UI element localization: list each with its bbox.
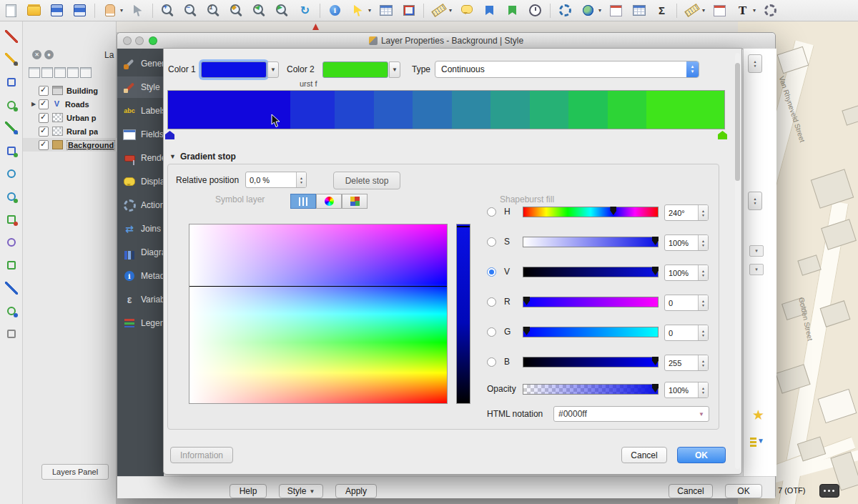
delete-stop-button[interactable]: Delete stop	[333, 172, 400, 189]
value-spinbox[interactable]: 100%▲▼	[664, 265, 709, 281]
slider-handle[interactable]	[610, 207, 616, 215]
color-plane-picker[interactable]	[189, 224, 448, 404]
tab-general[interactable]: General	[117, 53, 164, 74]
statistical-summary-icon[interactable]	[654, 2, 670, 19]
opacity-slider[interactable]	[523, 384, 659, 395]
ok-button[interactable]: OK	[725, 484, 762, 498]
copy-features-icon[interactable]	[5, 213, 18, 226]
modal-cancel-button[interactable]: Cancel	[621, 447, 667, 463]
temporal-controller-icon[interactable]	[527, 2, 543, 19]
layer-row-building[interactable]: Building	[23, 84, 117, 97]
tab-style[interactable]: Style	[117, 76, 164, 98]
slider-handle[interactable]	[652, 267, 659, 275]
project-open-icon[interactable]	[26, 2, 42, 19]
messages-bubble-icon[interactable]	[819, 484, 839, 498]
gradient-stop-section-header[interactable]: ▼ Gradient stop	[169, 152, 236, 162]
new-bookmark-icon[interactable]	[481, 2, 498, 19]
layer-checkbox[interactable]	[39, 140, 49, 150]
expander-icon[interactable]: ▶	[29, 101, 39, 107]
zoom-actual-icon[interactable]: 1	[205, 2, 222, 19]
slider-handle[interactable]	[652, 357, 659, 365]
dialog-titlebar[interactable]: Layer Properties - Background | Style	[117, 33, 775, 49]
project-new-icon[interactable]	[3, 2, 19, 19]
tab-display[interactable]: Display	[117, 171, 164, 192]
layer-checkbox[interactable]	[39, 127, 49, 137]
value-slider[interactable]	[523, 267, 659, 277]
add-group-icon[interactable]	[29, 67, 40, 78]
spinner-stepper[interactable]: ▲▼	[748, 54, 762, 73]
favorites-star-icon[interactable]: ★	[752, 407, 764, 423]
zoom-last-icon[interactable]: ◀	[251, 2, 267, 19]
slider-handle[interactable]	[523, 327, 530, 335]
zoom-out-icon[interactable]: −	[182, 2, 199, 19]
zoom-in-icon[interactable]: +	[159, 2, 176, 19]
select-dropdown-icon[interactable]: ▾	[368, 7, 371, 14]
color1-swatch[interactable]	[201, 61, 267, 78]
add-ring-icon[interactable]	[5, 327, 18, 340]
r-radio[interactable]	[487, 297, 496, 307]
help-button[interactable]: Help	[230, 484, 267, 498]
processing-toolbox-icon[interactable]	[557, 2, 573, 19]
manage-map-themes-icon[interactable]	[41, 67, 53, 78]
web-dropdown-icon[interactable]: ▾	[598, 7, 601, 14]
select-features-icon[interactable]	[350, 2, 366, 19]
move-feature-icon[interactable]	[5, 122, 18, 134]
text-dropdown-icon[interactable]: ▾	[753, 7, 756, 14]
refresh-icon[interactable]	[297, 2, 313, 19]
tab-diagrams[interactable]: Diagrams	[117, 242, 164, 263]
zoom-full-icon[interactable]: ◆	[228, 2, 245, 19]
scrollbar-thumb[interactable]	[735, 63, 740, 181]
measure-dropdown-icon[interactable]: ▾	[449, 7, 452, 14]
delete-selected-icon[interactable]	[5, 167, 18, 180]
options-icon[interactable]	[762, 2, 779, 19]
tab-fields[interactable]: Fields	[117, 124, 164, 145]
tab-actions[interactable]: Actions	[117, 194, 164, 216]
slider-handle[interactable]	[523, 297, 530, 305]
web-services-icon[interactable]	[580, 2, 596, 19]
tab-labels[interactable]: Labels	[117, 100, 164, 122]
modal-ok-button[interactable]: OK	[677, 447, 726, 463]
calendar-icon[interactable]	[711, 2, 728, 19]
layer-checkbox[interactable]	[39, 99, 49, 109]
zoom-next-icon[interactable]: ▶	[274, 2, 290, 19]
open-attribute-table-icon[interactable]	[378, 2, 394, 19]
combo-arrow-icon[interactable]: ▾	[749, 245, 764, 257]
color-wheel-tab[interactable]	[316, 194, 342, 209]
tab-metadata[interactable]: Metadata	[117, 265, 164, 287]
value-slider-bar[interactable]	[456, 224, 470, 404]
style-menu-button[interactable]: Style▼	[279, 484, 323, 498]
collapse-triangle-icon[interactable]: ▼	[169, 153, 176, 160]
measure-area-icon[interactable]	[684, 2, 700, 19]
relative-position-spinbox[interactable]: 0,0 %▲▼	[245, 172, 307, 188]
gradient-ramp-preview[interactable]	[167, 90, 725, 129]
paste-features-icon[interactable]	[5, 236, 18, 249]
slider-handle[interactable]	[652, 237, 659, 245]
blue-slider[interactable]	[523, 357, 659, 367]
cancel-button[interactable]: Cancel	[669, 484, 713, 498]
color2-swatch[interactable]	[322, 61, 388, 78]
h-radio[interactable]	[487, 207, 496, 217]
identify-features-icon[interactable]	[327, 2, 343, 19]
saturation-slider[interactable]	[523, 237, 659, 247]
panel-close-icon[interactable]: ✕	[32, 50, 41, 59]
spinner-stepper[interactable]: ▲▼	[748, 192, 762, 210]
s-radio[interactable]	[487, 237, 496, 247]
layer-row-rural[interactable]: Rural pa	[23, 124, 117, 138]
annotation-dropdown-icon[interactable]: ▾	[702, 7, 705, 14]
zoom-button[interactable]	[149, 36, 157, 45]
text-annotation-icon[interactable]	[734, 2, 751, 19]
blue-spinbox[interactable]: 255▲▼	[664, 355, 709, 371]
sort-icon[interactable]	[750, 435, 764, 450]
redo-icon[interactable]	[5, 282, 18, 295]
layer-checkbox[interactable]	[39, 113, 49, 123]
opacity-spinbox[interactable]: 100%▲▼	[664, 382, 709, 398]
simplify-feature-icon[interactable]	[5, 305, 18, 317]
combo-stepper-icon[interactable]: ▲▼	[686, 61, 699, 77]
project-save-as-icon[interactable]	[72, 2, 88, 19]
type-combobox[interactable]: Continuous ▲▼	[435, 61, 699, 78]
remove-layer-icon[interactable]	[80, 67, 92, 78]
green-slider[interactable]	[523, 327, 659, 337]
layers-panel-footer-tab[interactable]: Layers Panel	[41, 464, 109, 480]
green-spinbox[interactable]: 0▲▼	[664, 325, 709, 341]
attributes-toolbar-icon[interactable]	[631, 2, 647, 19]
